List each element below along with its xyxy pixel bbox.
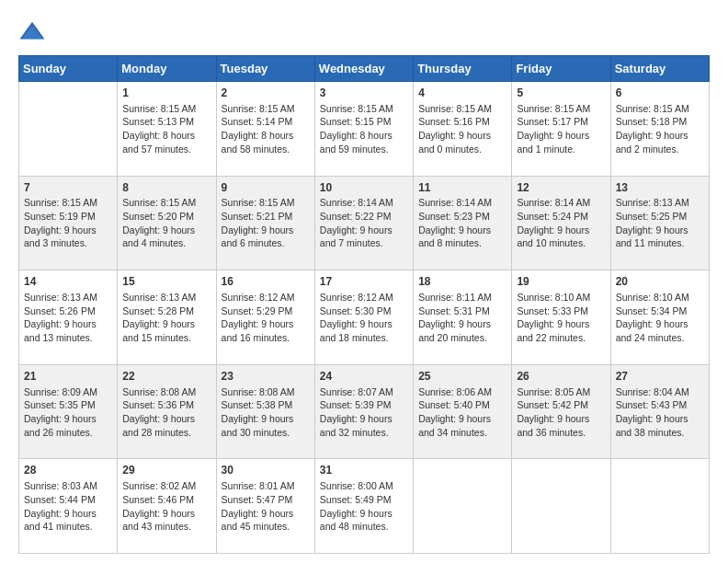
day-number: 11 <box>418 180 506 196</box>
weekday-header-wednesday: Wednesday <box>314 56 413 82</box>
day-info-line: and 22 minutes. <box>517 331 605 345</box>
day-info-line: Daylight: 9 hours <box>616 412 704 426</box>
calendar-cell: 4Sunrise: 8:15 AMSunset: 5:16 PMDaylight… <box>414 82 512 177</box>
day-number: 5 <box>517 86 605 101</box>
day-info-line: Sunset: 5:15 PM <box>320 115 408 129</box>
day-number: 12 <box>517 180 605 196</box>
day-info-line: Sunset: 5:33 PM <box>517 304 605 318</box>
calendar-cell: 9Sunrise: 8:15 AMSunset: 5:21 PMDaylight… <box>216 176 314 270</box>
day-info-line: Daylight: 9 hours <box>122 317 210 331</box>
day-number: 23 <box>222 369 310 385</box>
calendar-week-row: 14Sunrise: 8:13 AMSunset: 5:26 PMDayligh… <box>19 270 710 365</box>
day-info-line: Sunset: 5:46 PM <box>122 493 210 507</box>
calendar-cell: 30Sunrise: 8:01 AMSunset: 5:47 PMDayligh… <box>216 459 314 554</box>
day-number: 17 <box>320 274 408 290</box>
day-info-line: and 58 minutes. <box>222 143 310 156</box>
day-info-line: and 3 minutes. <box>24 236 112 250</box>
calendar-cell: 31Sunrise: 8:00 AMSunset: 5:49 PMDayligh… <box>314 459 413 554</box>
day-info-line: and 32 minutes. <box>320 426 408 440</box>
day-info-line: Sunrise: 8:09 AM <box>24 385 112 399</box>
day-info-line: Daylight: 9 hours <box>418 317 506 331</box>
calendar-cell: 19Sunrise: 8:10 AMSunset: 5:33 PMDayligh… <box>512 270 610 365</box>
day-info-line: and 6 minutes. <box>222 236 310 250</box>
day-info-line: Daylight: 9 hours <box>24 412 112 426</box>
calendar-cell <box>414 459 512 554</box>
day-info-line: Sunrise: 8:15 AM <box>418 102 506 116</box>
day-info-line: Sunset: 5:35 PM <box>24 398 112 412</box>
day-info-line: Sunset: 5:13 PM <box>122 115 210 129</box>
day-number: 2 <box>222 86 310 101</box>
day-info-line: Sunset: 5:19 PM <box>24 210 112 224</box>
day-info-line: Daylight: 9 hours <box>320 507 408 521</box>
calendar-cell: 6Sunrise: 8:15 AMSunset: 5:18 PMDaylight… <box>610 82 709 177</box>
day-info-line: Daylight: 9 hours <box>616 224 704 237</box>
day-info-line: Daylight: 9 hours <box>222 507 310 521</box>
day-info-line: Sunset: 5:29 PM <box>222 304 310 318</box>
day-info-line: Sunset: 5:30 PM <box>320 304 408 318</box>
day-info-line: Daylight: 8 hours <box>222 129 310 143</box>
weekday-header-sunday: Sunday <box>19 56 118 82</box>
calendar-cell: 13Sunrise: 8:13 AMSunset: 5:25 PMDayligh… <box>610 176 709 270</box>
day-info-line: Sunset: 5:26 PM <box>24 304 112 318</box>
weekday-header-friday: Friday <box>512 56 610 82</box>
day-info-line: and 8 minutes. <box>418 236 506 250</box>
day-info-line: Sunset: 5:43 PM <box>616 398 704 412</box>
day-info-line: Sunrise: 8:14 AM <box>320 196 408 210</box>
logo-icon <box>18 18 46 46</box>
day-info-line: and 48 minutes. <box>320 520 408 534</box>
day-info-line: and 28 minutes. <box>122 426 210 440</box>
day-info-line: and 16 minutes. <box>222 331 310 345</box>
day-number: 29 <box>122 463 210 478</box>
weekday-header-saturday: Saturday <box>610 56 709 82</box>
calendar-cell <box>512 459 610 554</box>
calendar-cell: 10Sunrise: 8:14 AMSunset: 5:22 PMDayligh… <box>314 176 413 270</box>
day-number: 15 <box>122 274 210 290</box>
calendar-cell: 20Sunrise: 8:10 AMSunset: 5:34 PMDayligh… <box>610 270 709 365</box>
day-number: 31 <box>320 463 408 478</box>
day-number: 1 <box>122 86 210 101</box>
day-number: 6 <box>616 86 704 101</box>
day-info-line: and 2 minutes. <box>616 143 704 156</box>
day-info-line: Daylight: 9 hours <box>517 129 605 143</box>
day-info-line: Daylight: 9 hours <box>418 224 506 237</box>
calendar-cell: 16Sunrise: 8:12 AMSunset: 5:29 PMDayligh… <box>216 270 314 365</box>
day-info-line: and 11 minutes. <box>616 236 704 250</box>
day-info-line: Daylight: 9 hours <box>122 224 210 237</box>
day-info-line: Sunset: 5:34 PM <box>616 304 704 318</box>
day-info-line: and 18 minutes. <box>320 331 408 345</box>
day-info-line: Sunrise: 8:12 AM <box>320 291 408 304</box>
day-info-line: Sunrise: 8:15 AM <box>122 196 210 210</box>
day-number: 18 <box>418 274 506 290</box>
day-info-line: and 13 minutes. <box>24 331 112 345</box>
day-info-line: Sunset: 5:49 PM <box>320 493 408 507</box>
day-info-line: and 36 minutes. <box>517 426 605 440</box>
day-info-line: Daylight: 9 hours <box>616 317 704 331</box>
calendar-cell <box>19 82 118 177</box>
day-info-line: Sunrise: 8:14 AM <box>418 196 506 210</box>
day-info-line: Daylight: 9 hours <box>418 129 506 143</box>
day-info-line: and 57 minutes. <box>122 143 210 156</box>
day-info-line: Sunrise: 8:10 AM <box>616 291 704 304</box>
day-number: 24 <box>320 369 408 385</box>
day-info-line: Daylight: 9 hours <box>122 507 210 521</box>
calendar-cell: 27Sunrise: 8:04 AMSunset: 5:43 PMDayligh… <box>610 364 709 459</box>
day-info-line: Sunrise: 8:05 AM <box>517 385 605 399</box>
day-number: 13 <box>616 180 704 196</box>
calendar-cell: 5Sunrise: 8:15 AMSunset: 5:17 PMDaylight… <box>512 82 610 177</box>
day-info-line: Sunset: 5:39 PM <box>320 398 408 412</box>
day-info-line: Sunrise: 8:15 AM <box>122 102 210 116</box>
calendar-cell: 25Sunrise: 8:06 AMSunset: 5:40 PMDayligh… <box>414 364 512 459</box>
day-number: 27 <box>616 369 704 385</box>
day-number: 20 <box>616 274 704 290</box>
day-info-line: Daylight: 8 hours <box>320 129 408 143</box>
day-info-line: Sunset: 5:44 PM <box>24 493 112 507</box>
day-number: 22 <box>122 369 210 385</box>
day-info-line: and 20 minutes. <box>418 331 506 345</box>
day-info-line: Sunset: 5:21 PM <box>222 210 310 224</box>
day-info-line: Sunrise: 8:02 AM <box>122 479 210 493</box>
day-info-line: Daylight: 9 hours <box>517 317 605 331</box>
calendar-cell: 14Sunrise: 8:13 AMSunset: 5:26 PMDayligh… <box>19 270 118 365</box>
day-info-line: Sunset: 5:28 PM <box>122 304 210 318</box>
day-info-line: and 4 minutes. <box>122 236 210 250</box>
day-info-line: and 43 minutes. <box>122 520 210 534</box>
